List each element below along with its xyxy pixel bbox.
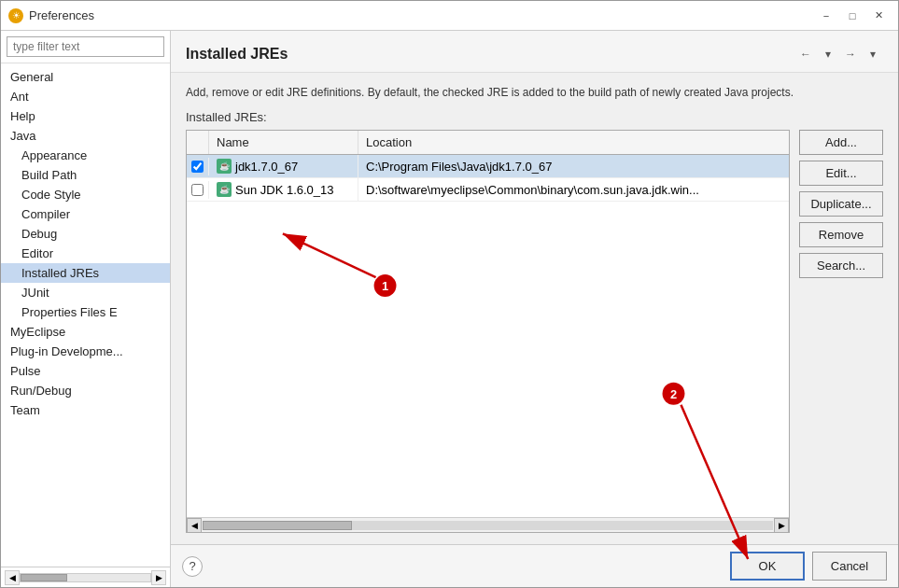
jre-table-header: Name Location xyxy=(187,131,789,155)
maximize-button[interactable]: □ xyxy=(840,6,864,26)
scroll-thumb-h[interactable] xyxy=(203,521,352,530)
sidebar-item-general[interactable]: General xyxy=(1,67,170,87)
sidebar-item-plugin-dev[interactable]: Plug-in Developme... xyxy=(1,342,170,361)
jre-table-body: ☕ jdk1.7.0_67 C:\Program Files\Java\jdk1… xyxy=(187,155,789,517)
scroll-left-arrow[interactable]: ◀ xyxy=(5,570,20,585)
sidebar-item-java[interactable]: Java xyxy=(1,126,170,146)
table-row[interactable]: ☕ jdk1.7.0_67 C:\Program Files\Java\jdk1… xyxy=(187,155,789,178)
sidebar-item-properties[interactable]: Properties Files E xyxy=(1,302,170,322)
back-button[interactable]: ← xyxy=(795,44,816,64)
sidebar-item-appearance[interactable]: Appearance xyxy=(1,146,170,165)
sidebar-item-junit[interactable]: JUnit xyxy=(1,283,170,302)
col-name-header: Name xyxy=(209,131,358,154)
title-bar-left: ☀ Preferences xyxy=(8,8,94,23)
title-bar: ☀ Preferences − □ ✕ xyxy=(1,1,898,31)
back-dropdown-button[interactable]: ▾ xyxy=(818,44,838,64)
app-icon: ☀ xyxy=(8,8,23,23)
sidebar: General Ant Help Java Appearance Build P… xyxy=(1,31,171,587)
table-row[interactable]: ☕ Sun JDK 1.6.0_13 D:\software\myeclipse… xyxy=(187,178,789,202)
sidebar-filter-area xyxy=(1,31,170,63)
sidebar-item-editor[interactable]: Editor xyxy=(1,244,170,263)
row-location-2: D:\software\myeclipse\Common\binary\com.… xyxy=(358,179,789,201)
installed-jres-label: Installed JREs: xyxy=(186,110,883,124)
col-check xyxy=(187,131,209,154)
main-panel: Installed JREs ← ▾ → ▾ Add, remove or ed… xyxy=(171,31,898,587)
scroll-right[interactable]: ▶ xyxy=(774,518,789,533)
duplicate-button[interactable]: Duplicate... xyxy=(799,191,883,217)
window-controls: − □ ✕ xyxy=(814,6,891,26)
sidebar-item-buildpath[interactable]: Build Path xyxy=(1,165,170,185)
sidebar-item-help[interactable]: Help xyxy=(1,106,170,126)
sidebar-item-ant[interactable]: Ant xyxy=(1,87,170,106)
scroll-left[interactable]: ◀ xyxy=(187,518,202,533)
sidebar-filter-input[interactable] xyxy=(7,36,164,57)
window-title: Preferences xyxy=(29,8,94,22)
bottom-buttons: OK Cancel xyxy=(730,552,887,581)
main-wrapper: Installed JREs ← ▾ → ▾ Add, remove or ed… xyxy=(171,31,898,587)
sidebar-item-installed-jres[interactable]: Installed JREs xyxy=(1,263,170,283)
jre-table: Name Location ☕ xyxy=(186,130,790,533)
content-area: General Ant Help Java Appearance Build P… xyxy=(1,31,898,587)
forward-dropdown-button[interactable]: ▾ xyxy=(863,44,883,64)
jre-icon-2: ☕ xyxy=(217,182,232,197)
scroll-right-arrow[interactable]: ▶ xyxy=(151,570,166,585)
sidebar-item-codestyle[interactable]: Code Style xyxy=(1,185,170,204)
sidebar-item-rundebug[interactable]: Run/Debug xyxy=(1,381,170,400)
close-button[interactable]: ✕ xyxy=(866,6,891,26)
remove-button[interactable]: Remove xyxy=(799,222,883,247)
row-checkbox-2[interactable] xyxy=(187,181,209,199)
help-icon[interactable]: ? xyxy=(182,556,203,577)
jre-table-scrollbar-h: ◀ ▶ xyxy=(187,517,789,532)
row-name-2: ☕ Sun JDK 1.6.0_13 xyxy=(209,178,358,201)
sidebar-scrollbar: ◀ ▶ xyxy=(1,567,170,587)
cancel-button[interactable]: Cancel xyxy=(812,552,887,581)
forward-button[interactable]: → xyxy=(840,44,861,64)
ok-button[interactable]: OK xyxy=(730,552,805,581)
row-checkbox-1[interactable] xyxy=(187,158,209,175)
minimize-button[interactable]: − xyxy=(814,6,838,26)
sidebar-item-compiler[interactable]: Compiler xyxy=(1,204,170,224)
page-title: Installed JREs xyxy=(186,46,288,63)
scroll-thumb-horizontal[interactable] xyxy=(21,574,67,581)
sidebar-tree: General Ant Help Java Appearance Build P… xyxy=(1,63,170,567)
row-location-1: C:\Program Files\Java\jdk1.7.0_67 xyxy=(358,156,789,177)
bottom-bar: ? OK Cancel xyxy=(171,544,898,587)
sidebar-item-myeclipse[interactable]: MyEclipse xyxy=(1,322,170,342)
add-button[interactable]: Add... xyxy=(799,130,883,155)
action-buttons: Add... Edit... Duplicate... Remove Searc… xyxy=(799,130,883,533)
scroll-track-h[interactable] xyxy=(203,521,773,530)
row-name-1: ☕ jdk1.7.0_67 xyxy=(209,155,358,177)
col-location-header: Location xyxy=(358,131,789,154)
toolbar-icons: ← ▾ → ▾ xyxy=(795,44,883,64)
sidebar-item-team[interactable]: Team xyxy=(1,400,170,420)
sidebar-item-pulse[interactable]: Pulse xyxy=(1,361,170,381)
main-header: Installed JREs ← ▾ → ▾ xyxy=(171,31,898,73)
main-content: Add, remove or edit JRE definitions. By … xyxy=(171,73,898,544)
jre-area: Name Location ☕ xyxy=(186,130,883,533)
description-text: Add, remove or edit JRE definitions. By … xyxy=(186,84,883,101)
preferences-window: ☀ Preferences − □ ✕ General Ant Help Jav… xyxy=(0,0,899,588)
sidebar-item-debug[interactable]: Debug xyxy=(1,224,170,244)
scroll-track-horizontal[interactable] xyxy=(20,573,151,582)
edit-button[interactable]: Edit... xyxy=(799,161,883,186)
search-button[interactable]: Search... xyxy=(799,253,883,278)
jre-icon-1: ☕ xyxy=(217,159,232,174)
